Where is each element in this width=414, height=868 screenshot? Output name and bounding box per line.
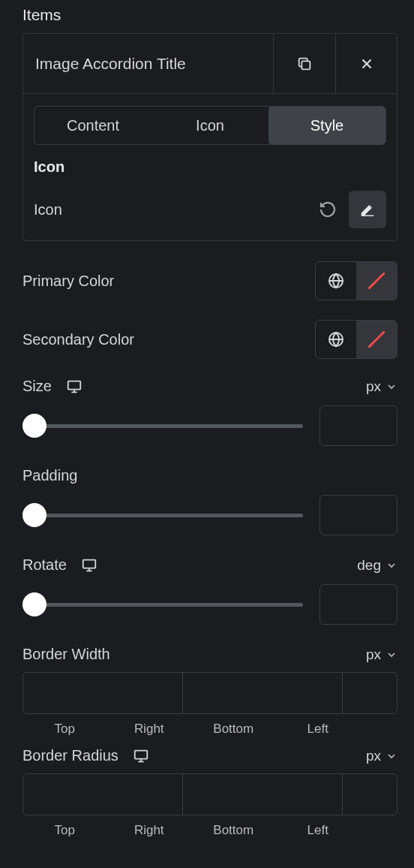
primary-color-global-button[interactable] — [316, 262, 356, 300]
primary-color-controls — [315, 261, 398, 300]
padding-slider[interactable] — [22, 503, 303, 527]
secondary-color-controls — [315, 320, 398, 359]
border-width-label: Border Width — [22, 646, 110, 663]
section-title: Items — [22, 6, 398, 24]
side-label-left: Left — [276, 722, 361, 737]
chevron-down-icon — [386, 559, 398, 571]
slider-thumb[interactable] — [22, 414, 46, 438]
tab-content[interactable]: Content — [34, 107, 152, 144]
svg-rect-4 — [68, 381, 81, 389]
responsive-button[interactable] — [65, 378, 83, 395]
size-unit-value: px — [366, 378, 381, 395]
slider-thumb[interactable] — [22, 592, 46, 616]
border-width-bottom[interactable] — [343, 673, 398, 713]
side-label-top: Top — [22, 823, 107, 838]
border-width-inputs — [22, 672, 398, 714]
border-radius-label: Border Radius — [22, 747, 118, 764]
border-radius-side-labels: Top Right Bottom Left — [22, 823, 398, 838]
rotate-unit-select[interactable]: deg — [357, 557, 398, 574]
secondary-color-swatch[interactable] — [356, 321, 397, 358]
globe-icon — [327, 330, 345, 348]
item-header: Image Accordion Title — [23, 34, 397, 94]
tab-icon[interactable]: Icon — [152, 107, 268, 144]
svg-rect-1 — [362, 215, 374, 216]
rotate-input[interactable] — [320, 584, 398, 625]
tab-style[interactable]: Style — [268, 107, 386, 144]
responsive-button[interactable] — [132, 748, 150, 764]
secondary-color-global-button[interactable] — [316, 321, 356, 358]
chevron-down-icon — [386, 649, 398, 661]
desktop-icon — [65, 378, 83, 395]
border-width-unit-select[interactable]: px — [366, 646, 398, 663]
padding-input[interactable] — [320, 495, 398, 535]
chevron-down-icon — [386, 750, 398, 762]
slider-track — [22, 424, 303, 428]
side-label-right: Right — [107, 722, 192, 737]
icon-field-label: Icon — [34, 201, 62, 219]
size-unit-select[interactable]: px — [366, 378, 398, 395]
slider-track — [22, 603, 303, 607]
responsive-button[interactable] — [80, 557, 98, 574]
rotate-label: Rotate — [22, 556, 67, 574]
secondary-color-label: Secondary Color — [22, 331, 134, 348]
svg-rect-5 — [83, 559, 96, 568]
desktop-icon — [80, 557, 98, 574]
copy-icon — [296, 56, 313, 72]
size-input[interactable] — [320, 405, 398, 446]
slider-thumb[interactable] — [22, 503, 46, 527]
border-radius-unit-value: px — [366, 748, 381, 764]
border-width-top[interactable] — [23, 673, 183, 713]
border-radius-unit-select[interactable]: px — [366, 748, 398, 764]
close-icon — [358, 56, 375, 72]
side-label-right: Right — [107, 823, 192, 838]
chevron-down-icon — [386, 381, 398, 393]
rotate-unit-value: deg — [357, 557, 381, 574]
item-tabs: Content Icon Style — [34, 106, 386, 145]
duplicate-button[interactable] — [274, 34, 335, 93]
svg-rect-6 — [135, 750, 148, 758]
border-radius-bottom[interactable] — [343, 774, 398, 815]
globe-icon — [327, 272, 345, 290]
icon-style-popover: Primary Color Secondary Color Size px — [0, 241, 414, 838]
size-label: Size — [22, 378, 52, 395]
border-radius-inputs — [22, 773, 398, 815]
side-label-bottom: Bottom — [191, 722, 276, 737]
primary-color-label: Primary Color — [22, 273, 114, 290]
desktop-icon — [132, 748, 150, 764]
reset-button[interactable] — [319, 200, 337, 219]
slider-track — [22, 514, 303, 517]
undo-icon — [319, 200, 337, 219]
border-radius-top[interactable] — [23, 774, 183, 815]
border-width-unit-value: px — [366, 646, 381, 663]
padding-label: Padding — [22, 467, 77, 484]
item-title[interactable]: Image Accordion Title — [23, 34, 274, 93]
rotate-slider[interactable] — [22, 592, 303, 616]
border-radius-right[interactable] — [183, 774, 343, 815]
border-width-right[interactable] — [183, 673, 343, 713]
side-label-bottom: Bottom — [191, 823, 276, 838]
side-label-top: Top — [22, 722, 107, 737]
group-label-icon: Icon — [34, 158, 386, 176]
border-width-side-labels: Top Right Bottom Left — [22, 722, 398, 737]
item-card: Image Accordion Title Content Icon Style… — [22, 33, 398, 241]
edit-icon-button[interactable] — [349, 191, 386, 228]
svg-rect-0 — [302, 61, 310, 69]
size-slider[interactable] — [22, 414, 303, 438]
primary-color-swatch[interactable] — [356, 262, 397, 300]
pencil-icon — [359, 201, 376, 218]
remove-button[interactable] — [335, 34, 397, 93]
side-label-left: Left — [276, 823, 361, 838]
